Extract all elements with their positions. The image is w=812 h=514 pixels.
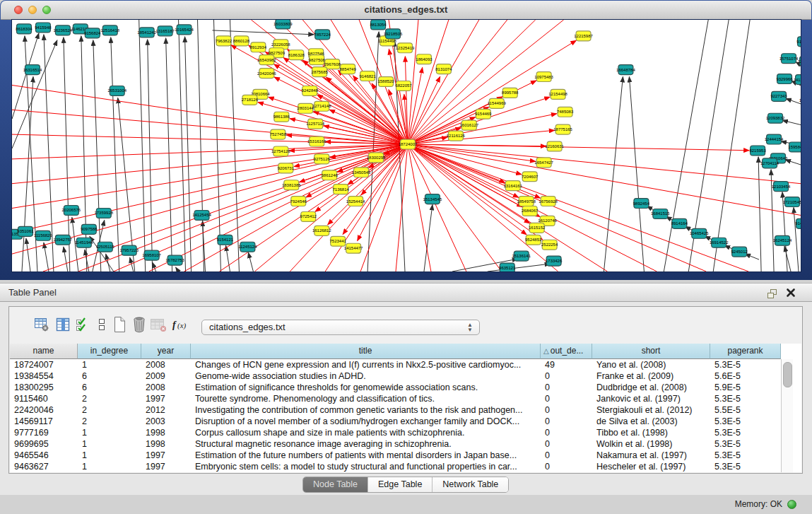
select-columns-button[interactable] — [54, 314, 72, 335]
delete-table-button[interactable] — [149, 314, 167, 335]
table-cell: 0 — [541, 370, 592, 382]
graph-node-label: 12754126 — [271, 149, 290, 153]
table-cell: 19384554 — [10, 370, 78, 382]
combo-arrows-icon: ▲▼ — [467, 322, 473, 332]
scrollbar-thumb[interactable] — [783, 362, 792, 387]
table-cell: Franke et al. (2009) — [592, 370, 710, 382]
network-window-titlebar[interactable]: citations_edges.txt — [1, 1, 811, 20]
graph-node-label: 1588520 — [377, 80, 394, 84]
graph-node-label: 7485083 — [557, 110, 574, 114]
delete-columns-button[interactable] — [130, 314, 148, 335]
table-cell: Tibbo et al. (1998) — [592, 427, 710, 438]
graph-node-label: 19218506 — [384, 32, 403, 36]
column-header-pagerank[interactable]: pagerank — [710, 344, 781, 359]
graph-node-label: 15254414 — [346, 199, 365, 204]
table-row[interactable]: 946554611997Estimation of the future num… — [10, 450, 781, 461]
table-row[interactable]: 1830029562008Estimation of significance … — [10, 382, 781, 393]
memory-status-label: Memory: OK — [735, 495, 782, 514]
table-cell: 1 — [78, 427, 141, 438]
table-chooser-select[interactable]: citations_edges.txt ▲▼ — [201, 320, 480, 335]
graph-node-label: 7527458 — [270, 132, 287, 136]
column-header-short[interactable]: short — [592, 344, 710, 359]
table-mode-button[interactable] — [33, 314, 51, 335]
table-cell: Wolkin et al. (1998) — [592, 438, 710, 450]
graph-node-label: 9245012 — [731, 250, 748, 254]
graph-node-label: 8186328 — [288, 53, 305, 57]
graph-node-label: 6822057 — [395, 83, 412, 88]
column-header-in_degree[interactable]: in_degree — [78, 344, 141, 359]
graph-node-label: 9242848 — [302, 88, 319, 93]
function-builder-button[interactable]: f (x) — [170, 314, 192, 335]
table-row[interactable]: 911546021997Tourette syndrome. Phenomeno… — [10, 393, 781, 404]
column-header-year[interactable]: year — [141, 344, 191, 359]
table-cell: 9465546 — [10, 450, 78, 461]
close-panel-icon[interactable] — [786, 288, 796, 298]
table-cell: 0 — [541, 393, 592, 404]
table-cell: 1 — [78, 450, 141, 461]
node-table: namein_degreeyeartitle△out_de...shortpag… — [10, 344, 801, 472]
table-cell: 1 — [78, 461, 141, 472]
graph-node-label: 16316514 — [23, 68, 42, 72]
table-cell: 2003 — [141, 416, 191, 427]
column-header-label: title — [359, 346, 372, 356]
graph-node-label: 16648784 — [616, 68, 635, 72]
table-cell: 9115460 — [10, 393, 78, 404]
graph-node-label: 18300295 — [367, 156, 386, 160]
column-header-label: pagerank — [727, 346, 763, 356]
show-hide-columns-button[interactable] — [73, 314, 92, 335]
table-cell: 2 — [78, 416, 141, 427]
table-row[interactable]: 2242004622012Investigating the contribut… — [10, 404, 781, 416]
graph-node-label: 2522254 — [541, 243, 558, 247]
new-file-icon — [112, 316, 126, 333]
citation-network-graph[interactable]: 7963822886012889129342322605898275091654… — [12, 20, 801, 271]
table-cell: 14569117 — [10, 416, 78, 427]
table-row[interactable]: 977716911998Corpus callosum shape and si… — [10, 427, 781, 438]
tab-edge-table[interactable]: Edge Table — [367, 477, 432, 492]
fx-icon: f (x) — [171, 317, 191, 332]
table-cell: Investigating the contribution of common… — [191, 404, 541, 416]
graph-node-label: 18541242 — [137, 30, 156, 35]
create-column-button[interactable] — [110, 314, 129, 335]
network-canvas[interactable]: 7963822886012889129342322605898275091654… — [11, 19, 801, 272]
graph-node-label: 9524851 — [525, 238, 542, 242]
table-row[interactable]: 1938455462009Genome-wide association stu… — [10, 370, 781, 382]
table-row[interactable]: 1872400712008Changes of HCN gene express… — [10, 359, 781, 370]
graph-node-label: 7924546 — [290, 199, 307, 204]
table-cell: Nakamura et al. (1997) — [592, 450, 710, 461]
table-row[interactable]: 946362711997Embryonic stem cells: a mode… — [10, 461, 781, 472]
graph-node-label: 8912934 — [250, 45, 267, 49]
table-row[interactable]: 1456911722003Disruption of a novel membe… — [10, 416, 781, 427]
graph-node-label: 7963822 — [216, 39, 233, 43]
row-height-button[interactable] — [93, 314, 111, 335]
table-chooser-value: citations_edges.txt — [209, 322, 286, 332]
table-cell: de Silva et al. (2003) — [592, 416, 710, 427]
vertical-scrollbar[interactable] — [781, 359, 793, 472]
table-cell: 2008 — [141, 382, 191, 393]
tab-network-table[interactable]: Network Table — [432, 477, 508, 492]
graph-node-label: 9154469 — [475, 112, 492, 116]
float-panel-icon[interactable] — [767, 288, 777, 298]
table-cell: 1 — [78, 359, 141, 370]
graph-node-label: 12325419 — [396, 46, 415, 50]
graph-node-label: 1595844 — [788, 145, 801, 149]
graph-node-label: 1615152 — [529, 226, 546, 230]
graph-node-label: 12154498 — [548, 92, 567, 96]
graph-node-label: 9206731 — [278, 166, 295, 170]
graph-node-label: 9351061 — [17, 229, 34, 233]
table-row[interactable]: 969969511998Structural magnetic resonanc… — [10, 438, 781, 450]
column-header-title[interactable]: title — [191, 344, 541, 359]
graph-node-label: 23226058 — [271, 42, 290, 47]
table-cell: Structural magnetic resonance image aver… — [191, 438, 541, 450]
table-cell: 0 — [541, 404, 592, 416]
graph-node-label: 8914164 — [671, 221, 688, 226]
graph-node-label: 12215987 — [574, 34, 593, 38]
graph-node-label: 10615124 — [799, 98, 801, 103]
table-cell: 2012 — [141, 404, 191, 416]
table-cell: 1997 — [141, 461, 191, 472]
column-header-name[interactable]: name — [10, 344, 78, 359]
graph-node-label: 15136141 — [512, 254, 531, 258]
graph-node-label: 3861246 — [322, 173, 339, 177]
graph-node-label: 12505115 — [96, 245, 115, 249]
column-header-out_de[interactable]: △out_de... — [541, 344, 592, 359]
tab-node-table[interactable]: Node Table — [303, 477, 367, 492]
